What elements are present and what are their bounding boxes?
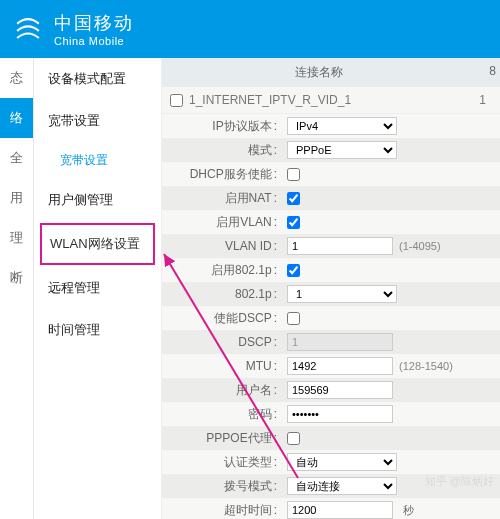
label-vlan-id: VLAN ID [162,239,287,253]
label-pass: 密码 [162,406,287,423]
label-8021p-en: 启用802.1p [162,262,287,279]
input-mtu[interactable] [287,357,393,375]
label-8021p: 802.1p [162,287,287,301]
nav2-item-6[interactable]: 时间管理 [34,309,161,351]
label-mode: 模式 [162,142,287,159]
label-nat: 启用NAT [162,190,287,207]
checkbox-dscp[interactable] [287,312,300,325]
select-mode[interactable]: PPPoE [287,141,397,159]
checkbox-vlan[interactable] [287,216,300,229]
input-timeout[interactable] [287,501,393,519]
label-user: 用户名 [162,382,287,399]
unit-timeout: 秒 [403,503,414,518]
nav2-item-2[interactable]: 宽带设置 [34,142,161,179]
label-mtu: MTU [162,359,287,373]
nav1-item-0[interactable]: 态 [0,58,33,98]
connection-header-right: 8 [476,64,500,81]
nav2-item-3[interactable]: 用户侧管理 [34,179,161,221]
connection-header-name: 连接名称 [162,64,476,81]
label-dhcp: DHCP服务使能 [162,166,287,183]
nav1-item-2[interactable]: 全 [0,138,33,178]
label-pppoe-proxy: PPPOE代理 [162,430,287,447]
nav2-item-4[interactable]: WLAN网络设置 [40,223,155,265]
nav2-item-5[interactable]: 远程管理 [34,267,161,309]
input-vlan-id[interactable] [287,237,393,255]
checkbox-nat[interactable] [287,192,300,205]
select-auth[interactable]: 自动 [287,453,397,471]
brand-en: China Mobile [54,35,134,47]
connection-row[interactable]: 1_INTERNET_IPTV_R_VID_1 1 [162,87,500,114]
label-dial: 拨号模式 [162,478,287,495]
nav1-item-1[interactable]: 络 [0,98,33,138]
nav1-item-3[interactable]: 用 [0,178,33,218]
connection-row-name: 1_INTERNET_IPTV_R_VID_1 [189,93,351,107]
secondary-nav: 设备模式配置宽带设置宽带设置用户侧管理WLAN网络设置远程管理时间管理 [34,58,162,519]
logo-icon [10,11,46,47]
primary-nav: 态络全用理断 [0,58,34,519]
connection-row-checkbox[interactable] [170,94,183,107]
connection-header: 连接名称 8 [162,58,500,87]
nav2-item-0[interactable]: 设备模式配置 [34,58,161,100]
label-timeout: 超时时间 [162,502,287,519]
input-username[interactable] [287,381,393,399]
input-dscp [287,333,393,351]
checkbox-dhcp[interactable] [287,168,300,181]
input-password[interactable] [287,405,393,423]
label-vlan: 启用VLAN [162,214,287,231]
checkbox-pppoe-proxy[interactable] [287,432,300,445]
label-dscp-en: 使能DSCP [162,310,287,327]
nav2-item-1[interactable]: 宽带设置 [34,100,161,142]
hint-vlan-id: (1-4095) [399,240,441,252]
label-ip-version: IP协议版本 [162,118,287,135]
select-dial[interactable]: 自动连接 [287,477,397,495]
nav1-item-5[interactable]: 断 [0,258,33,298]
connection-row-right: 1 [479,93,492,107]
select-ip-version[interactable]: IPv4 [287,117,397,135]
main-panel: 连接名称 8 1_INTERNET_IPTV_R_VID_1 1 IP协议版本I… [162,58,500,519]
settings-form: IP协议版本IPv4 模式PPPoE DHCP服务使能 启用NAT 启用VLAN… [162,114,500,519]
app-header: 中国移动 China Mobile [0,0,500,58]
label-auth: 认证类型 [162,454,287,471]
nav1-item-4[interactable]: 理 [0,218,33,258]
checkbox-8021p[interactable] [287,264,300,277]
hint-mtu: (128-1540) [399,360,453,372]
select-8021p[interactable]: 1 [287,285,397,303]
brand-cn: 中国移动 [54,11,134,35]
label-dscp: DSCP [162,335,287,349]
